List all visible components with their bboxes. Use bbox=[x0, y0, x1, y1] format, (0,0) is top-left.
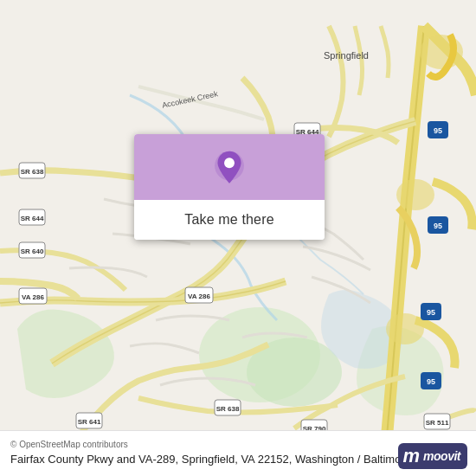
svg-text:95: 95 bbox=[434, 222, 442, 230]
svg-text:SR 640: SR 640 bbox=[21, 248, 44, 255]
moovit-m-letter: m bbox=[403, 447, 421, 466]
map-container: SR 638 SR 644 SR 644 VA 286 SR 640 VA 28… bbox=[0, 0, 476, 476]
svg-text:Springfield: Springfield bbox=[324, 50, 369, 61]
popup-pin-area bbox=[134, 134, 325, 200]
svg-text:SR 638: SR 638 bbox=[21, 168, 44, 176]
svg-text:VA 286: VA 286 bbox=[188, 293, 210, 300]
location-pin-icon bbox=[210, 150, 248, 188]
svg-text:95: 95 bbox=[427, 308, 435, 317]
svg-text:SR 511: SR 511 bbox=[426, 419, 449, 427]
svg-text:95: 95 bbox=[434, 126, 442, 135]
svg-text:VA 286: VA 286 bbox=[22, 293, 44, 301]
bottom-bar: © OpenStreetMap contributors Fairfax Cou… bbox=[0, 430, 476, 476]
take-me-there-button[interactable]: Take me there bbox=[134, 200, 325, 240]
svg-text:SR 644: SR 644 bbox=[21, 215, 44, 222]
svg-text:SR 641: SR 641 bbox=[78, 418, 101, 426]
svg-text:95: 95 bbox=[427, 377, 435, 386]
popup-card: Take me there bbox=[134, 134, 325, 240]
moovit-text: moovit bbox=[423, 449, 460, 463]
moovit-logo: m moovit bbox=[398, 443, 467, 469]
svg-text:SR 638: SR 638 bbox=[216, 405, 240, 413]
svg-point-4 bbox=[396, 179, 434, 210]
svg-point-40 bbox=[224, 158, 235, 168]
copyright-text: © OpenStreetMap contributors bbox=[10, 440, 128, 449]
